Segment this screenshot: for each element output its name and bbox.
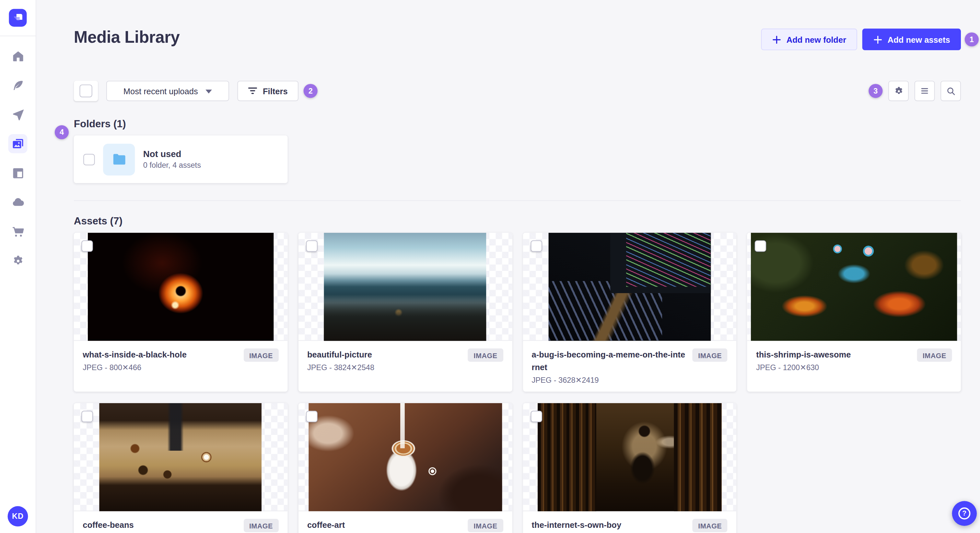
sort-dropdown[interactable]: Most recent uploads [106, 81, 229, 101]
asset-checkbox[interactable] [81, 411, 93, 422]
asset-text: a-bug-is-becoming-a-meme-on-the-internet… [532, 348, 687, 385]
asset-checkbox[interactable] [306, 411, 317, 422]
assets-heading: Assets (7) [74, 216, 961, 227]
asset-name: coffee-beans [83, 519, 238, 532]
asset-name: beautiful-picture [307, 348, 463, 362]
logo-container [0, 0, 36, 36]
section-divider [74, 200, 961, 201]
asset-meta: JPEG - 3628✕2419 [532, 376, 687, 385]
sidebar-item-media-library[interactable] [8, 134, 27, 153]
filters-label: Filters [263, 86, 288, 95]
add-new-assets-button[interactable]: Add new assets [862, 29, 961, 50]
asset-name: this-shrimp-is-awesome [756, 348, 912, 362]
media-library-icon [11, 137, 24, 150]
asset-type-badge: IMAGE [243, 348, 278, 362]
add-new-folder-button[interactable]: Add new folder [761, 29, 857, 50]
media-library-page: KD Media Library Add new folder [0, 0, 980, 533]
gear-icon [893, 86, 904, 96]
gear-icon [11, 254, 24, 267]
asset-info: coffee-art JPEG - 5824✕3259 IMAGE [298, 511, 512, 533]
asset-info: coffee-beans JPEG - 5021✕3347 IMAGE [74, 511, 288, 533]
sidebar-item-content-builder[interactable] [8, 76, 27, 95]
asset-checkbox[interactable] [81, 240, 93, 252]
annotation-badge-4: 4 [55, 125, 69, 139]
asset-type-badge: IMAGE [692, 348, 727, 362]
asset-card[interactable]: coffee-beans JPEG - 5021✕3347 IMAGE [74, 403, 288, 533]
asset-card[interactable]: a-bug-is-becoming-a-meme-on-the-internet… [523, 233, 736, 392]
help-button[interactable]: ? [952, 501, 977, 525]
search-button[interactable] [940, 81, 961, 101]
chevron-down-icon [205, 90, 212, 94]
assets-grid: what-s-inside-a-black-hole JPEG - 800✕46… [74, 233, 961, 533]
asset-text: what-s-inside-a-black-hole JPEG - 800✕46… [83, 348, 238, 372]
plus-icon [772, 35, 781, 44]
asset-info: beautiful-picture JPEG - 3824✕2548 IMAGE [298, 341, 512, 392]
asset-text: the-internet-s-own-boy JPEG - 1200✕707 [532, 519, 687, 533]
cloud-icon [11, 195, 24, 209]
asset-checkbox[interactable] [755, 240, 766, 252]
folder-checkbox[interactable] [83, 154, 95, 165]
asset-thumbnail [88, 233, 274, 341]
asset-info: what-s-inside-a-black-hole JPEG - 800✕46… [74, 341, 288, 392]
user-avatar[interactable]: KD [8, 506, 28, 526]
plus-icon [873, 35, 883, 44]
asset-thumbnail [548, 233, 711, 341]
asset-thumbnail-area [298, 403, 512, 511]
asset-name: coffee-art [307, 519, 463, 532]
select-all-checkbox[interactable] [80, 84, 92, 97]
asset-info: the-internet-s-own-boy JPEG - 1200✕707 I… [523, 511, 736, 533]
asset-type-badge: IMAGE [468, 519, 503, 532]
asset-card[interactable]: this-shrimp-is-awesome JPEG - 1200✕630 I… [747, 233, 961, 392]
asset-card[interactable]: what-s-inside-a-black-hole JPEG - 800✕46… [74, 233, 288, 392]
asset-thumbnail-area [523, 233, 736, 341]
sidebar-nav [0, 36, 36, 270]
folders-section: 4 Folders (1) Not used 0 folder, 4 asset… [74, 118, 961, 183]
asset-card[interactable]: beautiful-picture JPEG - 3824✕2548 IMAGE [298, 233, 512, 392]
main-area: Media Library Add new folder Add new ass… [36, 0, 980, 533]
sort-dropdown-value: Most recent uploads [124, 86, 198, 95]
folder-icon [111, 151, 127, 167]
asset-checkbox[interactable] [306, 240, 317, 252]
search-icon [945, 86, 956, 96]
sidebar-item-home[interactable] [8, 46, 27, 65]
folder-meta: 0 folder, 4 assets [143, 161, 201, 170]
sidebar-item-marketplace[interactable] [8, 222, 27, 241]
view-settings-button[interactable] [888, 81, 909, 101]
sidebar-item-cloud[interactable] [8, 193, 27, 212]
asset-card[interactable]: coffee-art JPEG - 5824✕3259 IMAGE [298, 403, 512, 533]
folders-heading: Folders (1) [74, 118, 961, 130]
asset-type-badge: IMAGE [243, 519, 278, 532]
asset-thumbnail-area [74, 233, 288, 341]
assets-section: Assets (7) what-s-inside-a-black-hole JP… [74, 216, 961, 533]
list-view-button[interactable] [915, 81, 935, 101]
cart-icon [11, 225, 24, 238]
asset-info: a-bug-is-becoming-a-meme-on-the-internet… [523, 341, 736, 392]
asset-card[interactable]: the-internet-s-own-boy JPEG - 1200✕707 I… [523, 403, 736, 533]
asset-name: a-bug-is-becoming-a-meme-on-the-internet [532, 348, 687, 374]
asset-thumbnail-area [298, 233, 512, 341]
asset-type-badge: IMAGE [468, 348, 503, 362]
select-all-container [74, 81, 98, 101]
filters-button[interactable]: Filters [237, 81, 299, 101]
folder-card-text: Not used 0 folder, 4 assets [143, 149, 201, 170]
annotation-badge-3: 3 [869, 84, 883, 98]
sidebar-item-deploy[interactable] [8, 105, 27, 124]
asset-thumbnail-area [747, 233, 961, 341]
add-new-assets-label: Add new assets [888, 35, 950, 44]
annotation-badge-1: 1 [965, 32, 979, 46]
asset-meta: JPEG - 1200✕630 [756, 363, 912, 372]
asset-text: coffee-beans JPEG - 5021✕3347 [83, 519, 238, 533]
sidebar: KD [0, 0, 36, 533]
sidebar-item-content-manager[interactable] [8, 163, 27, 182]
home-icon [11, 49, 24, 62]
feather-icon [11, 79, 24, 92]
asset-name: the-internet-s-own-boy [532, 519, 687, 532]
send-icon [11, 108, 24, 121]
add-new-folder-label: Add new folder [786, 35, 846, 44]
page-title: Media Library [74, 27, 180, 47]
asset-thumbnail [309, 403, 502, 511]
folder-card[interactable]: Not used 0 folder, 4 assets [74, 135, 288, 183]
asset-checkbox[interactable] [530, 411, 542, 422]
sidebar-item-settings[interactable] [8, 251, 27, 270]
asset-checkbox[interactable] [530, 240, 542, 252]
